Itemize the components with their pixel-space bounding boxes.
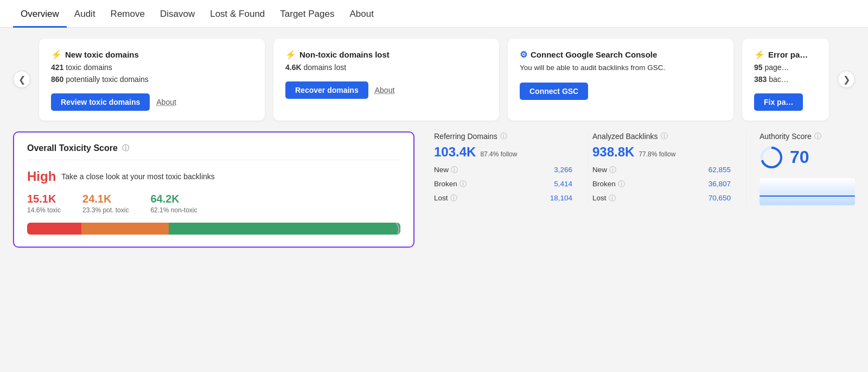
card-stat-4b: 383 bac… xyxy=(754,75,817,84)
gear-icon-3: ⚙ xyxy=(520,49,527,60)
bottom-row: Overall Toxicity Score ⓘ High Take a clo… xyxy=(13,131,855,248)
analyzed-backlinks-lost-label: Lost ⓘ xyxy=(592,193,616,203)
card-actions-3: Connect GSC xyxy=(520,83,722,100)
authority-score-chart xyxy=(760,178,855,205)
analyzed-backlinks-broken-value: 36,807 xyxy=(709,180,731,188)
analyzed-backlinks-new: New ⓘ 62,855 xyxy=(592,165,731,175)
card-error-pages: ⚡ Error pa… 95 page… 383 bac… Fix pa… xyxy=(742,39,829,121)
card-actions-4: Fix pa… xyxy=(754,93,817,111)
toxic-label-green: 62.1% non-toxic xyxy=(150,206,197,214)
toxicity-high-label: High xyxy=(27,169,56,184)
recover-domains-button[interactable]: Recover domains xyxy=(285,81,368,99)
toxic-label-orange: 23.3% pot. toxic xyxy=(82,206,129,214)
analyzed-backlinks-new-label: New ⓘ xyxy=(592,165,616,175)
toxic-number-orange: 24.1K xyxy=(82,193,129,205)
card-non-toxic-domains-lost: ⚡ Non-toxic domains lost 4.6K domains lo… xyxy=(273,39,499,121)
referring-domains-new: New ⓘ 3,266 xyxy=(434,165,572,175)
analyzed-backlinks-lost: Lost ⓘ 70,650 xyxy=(592,193,731,203)
card-actions-2: Recover domains About xyxy=(285,81,487,99)
authority-score-info-icon[interactable]: ⓘ xyxy=(814,131,821,141)
card-desc-3: You will be able to audit backlinks from… xyxy=(520,63,722,73)
authority-circle-chart xyxy=(760,146,783,169)
broken-info-icon-2[interactable]: ⓘ xyxy=(618,179,625,189)
toxic-label-red: 14.6% toxic xyxy=(27,206,61,214)
progress-green xyxy=(169,223,400,235)
referring-domains-broken-label: Broken ⓘ xyxy=(434,179,467,189)
connect-gsc-button[interactable]: Connect GSC xyxy=(520,83,588,100)
referring-domains-lost: Lost ⓘ 18,104 xyxy=(434,193,572,203)
about-button-2[interactable]: About xyxy=(375,86,395,94)
nav-about[interactable]: About xyxy=(342,0,381,28)
nav-lost-found[interactable]: Lost & Found xyxy=(202,0,272,28)
toxicity-progress-bar: ) xyxy=(27,223,400,235)
toxicity-stats-row: 15.1K 14.6% toxic 24.1K 23.3% pot. toxic… xyxy=(27,193,400,214)
analyzed-backlinks-rows: New ⓘ 62,855 Broken ⓘ 36,807 xyxy=(592,165,731,203)
nav-disavow[interactable]: Disavow xyxy=(152,0,202,28)
progress-bracket: ) xyxy=(395,223,400,235)
analyzed-backlinks-info-icon[interactable]: ⓘ xyxy=(661,131,668,141)
nav-overview[interactable]: Overview xyxy=(13,0,67,28)
cards-row: ❮ ⚡ New toxic domains 421 toxic domains … xyxy=(13,39,855,121)
nav-audit[interactable]: Audit xyxy=(67,0,103,28)
card-actions-1: Review toxic domains About xyxy=(51,93,253,111)
authority-score-column: Authority Score ⓘ 70 xyxy=(746,131,855,205)
analyzed-backlinks-new-value: 62,855 xyxy=(709,166,731,174)
toxicity-desc: Take a close look at your most toxic bac… xyxy=(61,172,214,181)
about-button-1[interactable]: About xyxy=(156,98,176,106)
referring-domains-new-value: 3,266 xyxy=(554,166,572,174)
toxicity-card-title: Overall Toxicity Score ⓘ xyxy=(27,143,400,160)
page-wrapper: Overview Audit Remove Disavow Lost & Fou… xyxy=(0,0,868,372)
bolt-icon-1: ⚡ xyxy=(51,49,62,60)
nav-target-pages[interactable]: Target Pages xyxy=(272,0,342,28)
lost-info-icon-1[interactable]: ⓘ xyxy=(450,193,457,203)
progress-red xyxy=(27,223,81,235)
referring-domains-follow: 87.4% follow xyxy=(480,150,517,158)
next-arrow[interactable]: ❯ xyxy=(838,71,855,88)
card-stat-4a: 95 page… xyxy=(754,63,817,72)
analyzed-backlinks-broken-label: Broken ⓘ xyxy=(592,179,625,189)
referring-domains-lost-label: Lost ⓘ xyxy=(434,193,457,203)
authority-score-title: Authority Score ⓘ xyxy=(760,131,855,141)
referring-domains-new-label: New ⓘ xyxy=(434,165,458,175)
analyzed-backlinks-broken: Broken ⓘ 36,807 xyxy=(592,179,731,189)
referring-domains-lost-value: 18,104 xyxy=(550,194,572,202)
card-stat-2a: 4.6K domains lost xyxy=(285,63,487,72)
bolt-icon-4: ⚡ xyxy=(754,49,765,60)
analyzed-backlinks-column: Analyzed Backlinks ⓘ 938.8K 77.8% follow… xyxy=(588,131,746,205)
authority-top: 70 xyxy=(760,146,855,169)
lost-info-icon-2[interactable]: ⓘ xyxy=(609,193,616,203)
toxic-number-red: 15.1K xyxy=(27,193,61,205)
broken-info-icon-1[interactable]: ⓘ xyxy=(459,179,467,189)
card-title-2: ⚡ Non-toxic domains lost xyxy=(285,49,487,60)
toxic-stat-orange: 24.1K 23.3% pot. toxic xyxy=(82,193,129,214)
toxicity-card: Overall Toxicity Score ⓘ High Take a clo… xyxy=(13,131,414,248)
fix-pages-button[interactable]: Fix pa… xyxy=(754,93,803,111)
referring-domains-broken-value: 5,414 xyxy=(554,180,572,188)
authority-chart-line xyxy=(760,196,855,197)
analyzed-backlinks-lost-value: 70,650 xyxy=(709,194,731,202)
card-connect-gsc: ⚙ Connect Google Search Console You will… xyxy=(508,39,733,121)
authority-number: 70 xyxy=(790,147,809,167)
new-info-icon-2[interactable]: ⓘ xyxy=(609,165,616,175)
bolt-icon-2: ⚡ xyxy=(285,49,296,60)
card-title-4: ⚡ Error pa… xyxy=(754,49,817,60)
card-title-1: ⚡ New toxic domains xyxy=(51,49,253,60)
review-toxic-domains-button[interactable]: Review toxic domains xyxy=(51,93,150,111)
referring-domains-value: 103.4K 87.4% follow xyxy=(434,144,572,160)
new-info-icon-1[interactable]: ⓘ xyxy=(451,165,458,175)
prev-arrow[interactable]: ❮ xyxy=(13,71,30,88)
nav-remove[interactable]: Remove xyxy=(103,0,152,28)
referring-domains-column: Referring Domains ⓘ 103.4K 87.4% follow … xyxy=(430,131,588,205)
referring-domains-rows: New ⓘ 3,266 Broken ⓘ 5,414 xyxy=(434,165,572,203)
card-stat-1b: 860 potentially toxic domains xyxy=(51,75,253,84)
referring-domains-title: Referring Domains ⓘ xyxy=(434,131,572,141)
referring-domains-broken: Broken ⓘ 5,414 xyxy=(434,179,572,189)
analyzed-backlinks-title: Analyzed Backlinks ⓘ xyxy=(592,131,731,141)
card-title-3: ⚙ Connect Google Search Console xyxy=(520,49,722,60)
referring-domains-info-icon[interactable]: ⓘ xyxy=(500,131,507,141)
top-nav: Overview Audit Remove Disavow Lost & Fou… xyxy=(0,0,868,28)
card-new-toxic-domains: ⚡ New toxic domains 421 toxic domains 86… xyxy=(39,39,265,121)
toxicity-level: High Take a close look at your most toxi… xyxy=(27,169,400,184)
analyzed-backlinks-value: 938.8K 77.8% follow xyxy=(592,144,731,160)
toxicity-info-icon[interactable]: ⓘ xyxy=(122,143,129,153)
